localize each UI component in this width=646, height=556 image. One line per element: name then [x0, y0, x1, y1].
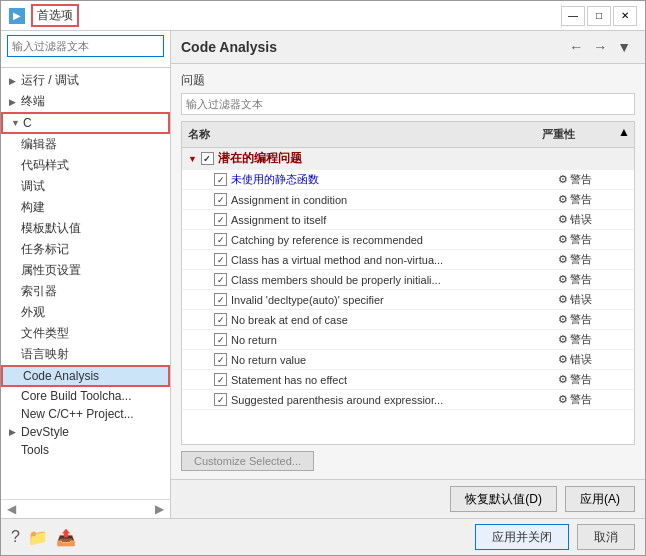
table-row[interactable]: Catching by reference is recommended ⚙ 警… [182, 230, 634, 250]
sidebar-item-language-mapping[interactable]: 语言映射 [1, 344, 170, 365]
table-row[interactable]: ▼ 潜在的编程问题 [182, 148, 634, 170]
sidebar-item-label: 终端 [21, 93, 45, 110]
bottom-bar: ? 📁 📤 应用并关闭 取消 [1, 518, 645, 555]
row-severity: ⚙ 警告 [554, 391, 634, 408]
dropdown-button[interactable]: ▼ [613, 37, 635, 57]
sidebar-item-task-tag[interactable]: 任务标记 [1, 239, 170, 260]
arrow-icon: ▼ [11, 118, 21, 128]
maximize-button[interactable]: □ [587, 6, 611, 26]
row-checkbox[interactable] [214, 393, 227, 406]
severity-icon: ⚙ [558, 233, 568, 246]
sidebar-item-template-default[interactable]: 模板默认值 [1, 218, 170, 239]
row-checkbox[interactable] [214, 193, 227, 206]
row-checkbox[interactable] [214, 253, 227, 266]
sidebar-item-appearance[interactable]: 外观 [1, 302, 170, 323]
sidebar-item-tools[interactable]: ▶ Tools [1, 441, 170, 459]
row-checkbox[interactable] [214, 333, 227, 346]
row-severity: ⚙ 警告 [554, 191, 634, 208]
sidebar-item-debug[interactable]: 调试 [1, 176, 170, 197]
table-row[interactable]: Assignment to itself ⚙ 错误 [182, 210, 634, 230]
cancel-button[interactable]: 取消 [577, 524, 635, 550]
row-severity: ⚙ 警告 [554, 251, 634, 268]
table-row[interactable]: Assignment in condition ⚙ 警告 [182, 190, 634, 210]
sidebar-item-c[interactable]: ▼ C [1, 112, 170, 134]
sidebar-item-label: 语言映射 [21, 346, 69, 363]
filter-label: 问题 [181, 72, 635, 89]
table-row[interactable]: No return value ⚙ 错误 [182, 350, 634, 370]
sidebar-item-run-debug[interactable]: ▶ 运行 / 调试 [1, 70, 170, 91]
row-checkbox[interactable] [214, 353, 227, 366]
scroll-right-icon[interactable]: ▶ [155, 502, 164, 516]
folder-icon[interactable]: 📁 [28, 528, 48, 547]
row-name: ▼ 潜在的编程问题 [182, 149, 554, 168]
sidebar-item-file-types[interactable]: 文件类型 [1, 323, 170, 344]
group-label: 潜在的编程问题 [218, 150, 302, 167]
row-name: No return [182, 332, 554, 347]
sidebar-filter-input[interactable] [7, 35, 164, 57]
row-checkbox[interactable] [214, 373, 227, 386]
row-checkbox[interactable] [214, 293, 227, 306]
table-row[interactable]: No break at end of case ⚙ 警告 [182, 310, 634, 330]
scroll-left-icon[interactable]: ◀ [7, 502, 16, 516]
close-button[interactable]: ✕ [613, 6, 637, 26]
bottom-left: ? 📁 📤 [11, 528, 76, 547]
back-button[interactable]: ← [565, 37, 587, 57]
sidebar-item-indexer[interactable]: 索引器 [1, 281, 170, 302]
arrow-icon: ▶ [9, 427, 19, 437]
row-checkbox[interactable] [214, 313, 227, 326]
table-row[interactable]: Suggested parenthesis around expressior.… [182, 390, 634, 410]
col-name: 名称 [182, 125, 538, 144]
table-row[interactable]: No return ⚙ 警告 [182, 330, 634, 350]
sidebar-item-label: Code Analysis [23, 369, 99, 383]
panel-header: Code Analysis ← → ▼ [171, 31, 645, 64]
sidebar-item-devstyle[interactable]: ▶ DevStyle [1, 423, 170, 441]
sidebar-item-terminal[interactable]: ▶ 终端 [1, 91, 170, 112]
severity-icon: ⚙ [558, 213, 568, 226]
scroll-up-indicator: ▲ [618, 125, 634, 144]
apply-button[interactable]: 应用(A) [565, 486, 635, 512]
sidebar-item-label: 外观 [21, 304, 45, 321]
apply-close-button[interactable]: 应用并关闭 [475, 524, 569, 550]
sidebar-item-property-pages[interactable]: 属性页设置 [1, 260, 170, 281]
arrow-icon: ▶ [9, 76, 19, 86]
table-row[interactable]: Invalid 'decltype(auto)' specifier ⚙ 错误 [182, 290, 634, 310]
sidebar-item-code-analysis[interactable]: Code Analysis [1, 365, 170, 387]
row-name: Class has a virtual method and non-virtu… [182, 252, 554, 267]
forward-button[interactable]: → [589, 37, 611, 57]
right-panel: Code Analysis ← → ▼ 问题 名称 严重性 ▲ [171, 31, 645, 518]
table-body: ▼ 潜在的编程问题 未使用的静态函数 [182, 148, 634, 444]
help-icon[interactable]: ? [11, 528, 20, 546]
window-controls: — □ ✕ [561, 6, 637, 26]
severity-icon: ⚙ [558, 173, 568, 186]
row-checkbox[interactable] [214, 273, 227, 286]
export-icon[interactable]: 📤 [56, 528, 76, 547]
row-name: Catching by reference is recommended [182, 232, 554, 247]
row-severity: ⚙ 错误 [554, 291, 634, 308]
sidebar-item-label: DevStyle [21, 425, 69, 439]
sidebar-item-build[interactable]: 构建 [1, 197, 170, 218]
row-name: Invalid 'decltype(auto)' specifier [182, 292, 554, 307]
sidebar-item-new-project[interactable]: New C/C++ Project... [1, 405, 170, 423]
restore-default-button[interactable]: 恢复默认值(D) [450, 486, 557, 512]
table-row[interactable]: Class has a virtual method and non-virtu… [182, 250, 634, 270]
row-name: Suggested parenthesis around expressior.… [182, 392, 554, 407]
sidebar-item-core-build[interactable]: Core Build Toolcha... [1, 387, 170, 405]
table-row[interactable]: Statement has no effect ⚙ 警告 [182, 370, 634, 390]
severity-icon: ⚙ [558, 333, 568, 346]
expand-icon: ▼ [188, 154, 197, 164]
minimize-button[interactable]: — [561, 6, 585, 26]
sidebar-item-editor[interactable]: 编辑器 [1, 134, 170, 155]
row-checkbox[interactable] [214, 173, 227, 186]
row-checkbox[interactable] [201, 152, 214, 165]
severity-icon: ⚙ [558, 193, 568, 206]
row-checkbox[interactable] [214, 233, 227, 246]
row-checkbox[interactable] [214, 213, 227, 226]
row-severity [554, 158, 634, 160]
table-row[interactable]: 未使用的静态函数 ⚙ 警告 [182, 170, 634, 190]
sidebar-item-label: New C/C++ Project... [21, 407, 134, 421]
panel-filter-input[interactable] [181, 93, 635, 115]
sidebar-item-label: 文件类型 [21, 325, 69, 342]
table-row[interactable]: Class members should be properly initial… [182, 270, 634, 290]
sidebar-item-code-style[interactable]: 代码样式 [1, 155, 170, 176]
row-severity: ⚙ 警告 [554, 231, 634, 248]
